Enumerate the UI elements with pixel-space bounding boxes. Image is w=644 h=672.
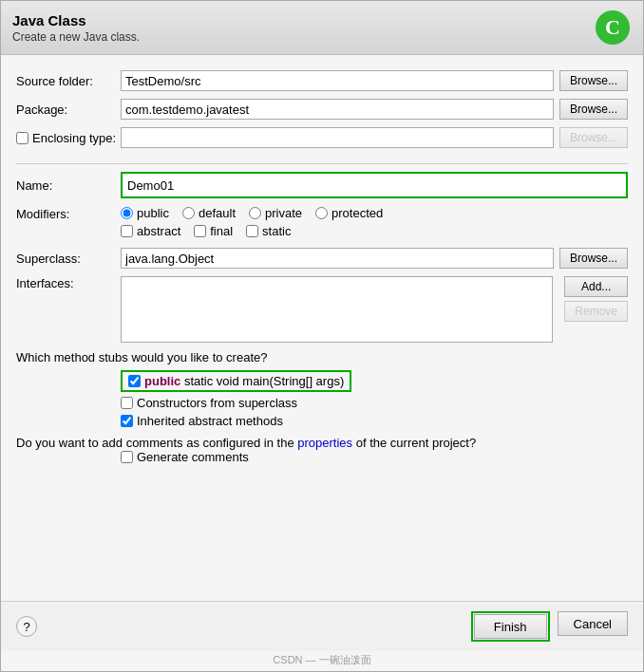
- finish-button[interactable]: Finish: [474, 614, 547, 639]
- enclosing-type-label: Enclosing type:: [32, 131, 116, 145]
- private-radio-label[interactable]: private: [249, 206, 302, 220]
- superclass-label: Superclass:: [16, 252, 121, 266]
- modifiers-content: public default private protected: [121, 206, 628, 238]
- private-label: private: [265, 206, 302, 220]
- protected-radio[interactable]: [315, 207, 328, 219]
- main-method-highlighted: public static void main(String[] args): [121, 370, 351, 392]
- finish-button-wrapper: Finish: [471, 611, 550, 642]
- main-method-checkbox-label[interactable]: public static void main(String[] args): [121, 370, 628, 392]
- superclass-input[interactable]: [121, 248, 554, 269]
- properties-link[interactable]: properties: [297, 436, 352, 450]
- final-checkbox-label[interactable]: final: [194, 224, 233, 238]
- interfaces-row: Interfaces: Add... Remove: [16, 276, 628, 343]
- private-radio[interactable]: [249, 207, 261, 219]
- modifiers-label: Modifiers:: [16, 206, 121, 221]
- abstract-checkbox[interactable]: [121, 225, 133, 237]
- name-input[interactable]: [123, 175, 625, 196]
- dialog-header: Java Class Create a new Java class. C: [1, 1, 643, 55]
- java-icon: C: [594, 9, 632, 47]
- main-public-keyword: public: [144, 374, 180, 388]
- inherited-checkbox[interactable]: [121, 415, 133, 427]
- constructors-checkbox-label[interactable]: Constructors from superclass: [121, 396, 628, 410]
- protected-radio-label[interactable]: protected: [315, 206, 383, 220]
- add-interface-button[interactable]: Add...: [564, 276, 628, 297]
- enclosing-browse-button[interactable]: Browse...: [559, 127, 628, 148]
- abstract-label: abstract: [137, 224, 180, 238]
- modifiers-row: Modifiers: public default private: [16, 206, 628, 238]
- enclosing-type-checkbox-label[interactable]: Enclosing type:: [16, 131, 121, 145]
- generate-comments-row: Generate comments: [121, 450, 628, 464]
- generate-comments-checkbox[interactable]: [121, 451, 133, 463]
- source-folder-input[interactable]: [121, 70, 554, 91]
- enclosing-type-checkbox[interactable]: [16, 132, 28, 144]
- help-button[interactable]: ?: [16, 616, 37, 637]
- watermark: CSDN — 一碗油泼面: [1, 651, 643, 671]
- source-folder-label: Source folder:: [16, 74, 121, 88]
- abstract-checkbox-label[interactable]: abstract: [121, 224, 180, 238]
- dialog-footer: ? Finish Cancel: [1, 601, 643, 651]
- dialog-subtitle: Create a new Java class.: [12, 30, 140, 44]
- final-label: final: [210, 224, 233, 238]
- source-folder-row: Source folder: Browse...: [16, 70, 628, 91]
- method-stubs-section: public static void main(String[] args) C…: [121, 370, 628, 428]
- name-row: Name:: [16, 172, 628, 198]
- enclosing-type-row: Enclosing type: Browse...: [16, 127, 628, 148]
- inherited-checkbox-label[interactable]: Inherited abstract methods: [121, 414, 628, 428]
- main-method-text: public static void main(String[] args): [144, 374, 344, 388]
- superclass-browse-button[interactable]: Browse...: [559, 248, 628, 269]
- default-label: default: [199, 206, 236, 220]
- comments-question-pre: Do you want to add comments as configure…: [16, 436, 297, 450]
- remove-interface-button[interactable]: Remove: [564, 301, 628, 322]
- constructors-checkbox[interactable]: [121, 397, 133, 409]
- superclass-row: Superclass: Browse...: [16, 248, 628, 269]
- public-radio[interactable]: [121, 207, 133, 219]
- source-folder-browse-button[interactable]: Browse...: [559, 70, 628, 91]
- static-label: static: [262, 224, 291, 238]
- package-label: Package:: [16, 103, 121, 117]
- svg-text:C: C: [605, 15, 620, 39]
- main-method-checkbox[interactable]: [128, 375, 141, 387]
- dialog-header-left: Java Class Create a new Java class.: [12, 12, 140, 44]
- default-radio-label[interactable]: default: [182, 206, 236, 220]
- final-checkbox[interactable]: [194, 225, 206, 237]
- public-label: public: [137, 206, 169, 220]
- static-checkbox[interactable]: [246, 225, 258, 237]
- name-label: Name:: [16, 178, 121, 193]
- comments-section: Do you want to add comments as configure…: [16, 436, 628, 464]
- cancel-button[interactable]: Cancel: [558, 611, 628, 636]
- separator-1: [16, 163, 628, 164]
- package-browse-button[interactable]: Browse...: [559, 99, 628, 120]
- generate-comments-label: Generate comments: [137, 450, 249, 464]
- java-class-dialog: Java Class Create a new Java class. C So…: [0, 0, 644, 672]
- method-stubs-question: Which method stubs would you like to cre…: [16, 350, 628, 364]
- comments-question-post: of the current project?: [352, 436, 476, 450]
- protected-label: protected: [331, 206, 383, 220]
- footer-right: Finish Cancel: [471, 611, 628, 642]
- interfaces-label: Interfaces:: [16, 276, 121, 290]
- name-input-wrapper: [121, 172, 628, 198]
- modifiers-other-line: abstract final static: [121, 224, 628, 238]
- modifiers-access-line: public default private protected: [121, 206, 628, 220]
- static-checkbox-label[interactable]: static: [246, 224, 291, 238]
- main-method-rest: static void main(String[] args): [180, 374, 344, 388]
- enclosing-type-input[interactable]: [121, 127, 554, 148]
- dialog-body: Source folder: Browse... Package: Browse…: [1, 55, 643, 601]
- public-radio-label[interactable]: public: [121, 206, 169, 220]
- default-radio[interactable]: [182, 207, 195, 219]
- constructors-label: Constructors from superclass: [137, 396, 297, 410]
- footer-left: ?: [16, 616, 37, 637]
- package-input[interactable]: [121, 99, 554, 120]
- dialog-title: Java Class: [12, 12, 140, 28]
- interfaces-buttons: Add... Remove: [559, 276, 628, 322]
- inherited-label: Inherited abstract methods: [137, 414, 283, 428]
- interfaces-textarea[interactable]: [121, 276, 553, 343]
- package-row: Package: Browse...: [16, 99, 628, 120]
